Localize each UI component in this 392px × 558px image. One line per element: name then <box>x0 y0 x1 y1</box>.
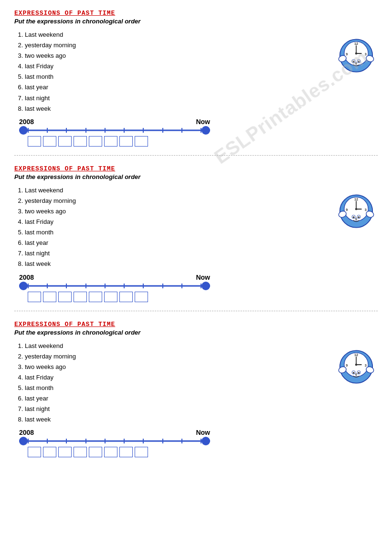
list-item: Last weekend <box>25 185 330 196</box>
svg-text:12: 12 <box>354 353 358 357</box>
svg-text:6: 6 <box>355 217 357 221</box>
timeline-box[interactable] <box>119 447 133 457</box>
timeline-box[interactable] <box>119 292 133 302</box>
timeline-box[interactable] <box>28 136 41 147</box>
svg-point-8 <box>355 53 358 55</box>
timeline-box[interactable] <box>74 447 87 457</box>
timeline-box[interactable] <box>104 447 117 457</box>
expression-list: Last weekendyesterday morningtwo weeks a… <box>14 341 330 425</box>
timeline-tick <box>181 439 182 443</box>
svg-text:3: 3 <box>365 363 367 367</box>
list-item: last week <box>25 259 330 269</box>
timeline-box[interactable] <box>135 292 148 302</box>
timeline-tick <box>105 439 106 443</box>
section-title: EXPRESSIONS OF PAST TIME <box>14 10 378 17</box>
list-item: last week <box>25 104 330 114</box>
content-area: Last weekendyesterday morningtwo weeks a… <box>14 341 378 425</box>
svg-text:9: 9 <box>346 363 348 367</box>
timeline-end: Now <box>196 118 210 126</box>
timeline-box[interactable] <box>119 136 133 147</box>
timeline-tick <box>105 128 106 133</box>
timeline-tick <box>181 128 182 133</box>
timeline-dot-right <box>201 126 210 135</box>
section-divider <box>14 155 378 156</box>
timeline-tick <box>124 128 125 133</box>
timeline-box[interactable] <box>104 136 117 147</box>
section-title: EXPRESSIONS OF PAST TIME <box>14 321 378 328</box>
list-area: Last weekendyesterday morningtwo weeks a… <box>14 185 330 270</box>
timeline-box[interactable] <box>89 447 102 457</box>
boxes-row <box>19 292 378 302</box>
timeline-tick <box>124 439 125 443</box>
section-3: EXPRESSIONS OF PAST TIME Put the express… <box>14 321 378 458</box>
svg-text:3: 3 <box>365 52 367 56</box>
section-divider <box>14 311 378 311</box>
timeline-track <box>19 282 210 290</box>
timeline-box[interactable] <box>58 447 72 457</box>
timeline-box[interactable] <box>104 292 117 302</box>
svg-point-26 <box>353 216 355 218</box>
timeline-start: 2008 <box>19 429 34 436</box>
list-item: last week <box>25 414 330 425</box>
clock-illustration: 12 3 6 9 <box>335 343 378 386</box>
list-item: last year <box>25 238 330 248</box>
timeline-box[interactable] <box>74 136 87 147</box>
timeline-tick <box>47 439 48 443</box>
timeline-box[interactable] <box>43 292 56 302</box>
timeline-box[interactable] <box>89 136 102 147</box>
timeline-box[interactable] <box>28 292 41 302</box>
timeline-tick <box>85 128 86 133</box>
timeline-tick <box>66 128 67 133</box>
timeline-box[interactable] <box>43 447 56 457</box>
timeline-box[interactable] <box>58 292 72 302</box>
svg-point-11 <box>353 61 355 63</box>
timeline-box[interactable] <box>28 447 41 457</box>
timeline-box[interactable] <box>74 292 87 302</box>
list-item: last Friday <box>25 372 330 383</box>
list-item: two weeks ago <box>25 206 330 217</box>
timeline-box[interactable] <box>89 292 102 302</box>
clock-illustration: 12 3 6 9 <box>335 188 378 231</box>
timeline-tick <box>143 439 144 443</box>
section-subtitle: Put the expressions in chronological ord… <box>14 18 378 25</box>
content-area: Last weekendyesterday morningtwo weeks a… <box>14 30 378 114</box>
timeline-tick <box>66 439 67 443</box>
list-item: last night <box>25 404 330 414</box>
timeline-track <box>19 126 210 134</box>
list-item: last month <box>25 383 330 393</box>
svg-point-38 <box>355 363 358 366</box>
list-item: last month <box>25 227 330 238</box>
timeline-box[interactable] <box>135 447 148 457</box>
list-item: last Friday <box>25 217 330 227</box>
list-item: last year <box>25 393 330 404</box>
timeline-tick <box>162 128 163 133</box>
section-2: EXPRESSIONS OF PAST TIME Put the express… <box>14 165 378 311</box>
expression-list: Last weekendyesterday morningtwo weeks a… <box>14 30 330 114</box>
timeline-tick <box>28 128 29 133</box>
list-item: yesterday morning <box>25 40 330 51</box>
clock-illustration: 12 3 6 9 <box>335 32 378 75</box>
timeline-tick <box>105 284 106 288</box>
section-1: EXPRESSIONS OF PAST TIME Put the express… <box>14 10 378 156</box>
tick-marks <box>28 282 201 290</box>
timeline: 2008 Now <box>14 274 378 302</box>
timeline-box[interactable] <box>43 136 56 147</box>
timeline: 2008 Now <box>14 429 378 457</box>
timeline-tick <box>143 284 144 288</box>
timeline-box[interactable] <box>135 136 148 147</box>
list-item: last year <box>25 82 330 93</box>
list-area: Last weekendyesterday morningtwo weeks a… <box>14 341 330 425</box>
tick-marks <box>28 126 201 134</box>
list-item: Last weekend <box>25 30 330 40</box>
section-subtitle: Put the expressions in chronological ord… <box>14 173 378 180</box>
svg-point-23 <box>355 208 358 211</box>
timeline-tick <box>47 284 48 288</box>
list-item: two weeks ago <box>25 362 330 372</box>
svg-text:12: 12 <box>354 197 358 201</box>
expression-list: Last weekendyesterday morningtwo weeks a… <box>14 185 330 270</box>
timeline-box[interactable] <box>58 136 72 147</box>
timeline-tick <box>28 284 29 288</box>
svg-text:3: 3 <box>365 207 367 211</box>
timeline-tick <box>47 128 48 133</box>
timeline-dot-left <box>19 126 28 135</box>
